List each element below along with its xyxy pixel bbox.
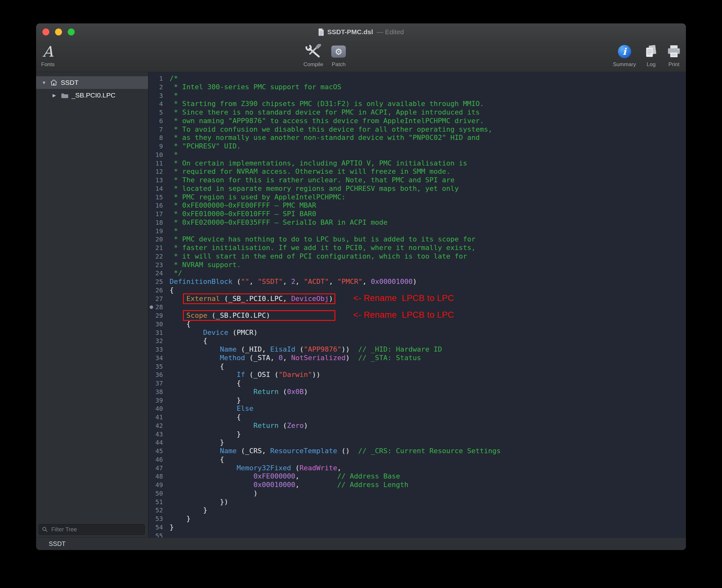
code-line[interactable]: 52 } bbox=[148, 506, 686, 514]
code-line[interactable]: 12 * required for NVRAM access. Otherwis… bbox=[148, 167, 686, 176]
line-number: 2 bbox=[148, 83, 163, 91]
search-icon bbox=[42, 527, 48, 532]
info-glyph: i bbox=[623, 47, 626, 56]
line-number: 17 bbox=[148, 210, 163, 218]
code-line[interactable]: 38 Return (0x0B) bbox=[148, 388, 686, 396]
code-line[interactable]: 44 } bbox=[148, 438, 686, 447]
rename-annotation: <- Rename LPCB to LPC bbox=[353, 311, 454, 319]
code-line[interactable]: 2 * Intel 300-series PMC support for mac… bbox=[148, 83, 686, 91]
fonts-button[interactable]: A Fonts bbox=[41, 42, 55, 68]
code-line[interactable]: 34 Method (_STA, 0, NotSerialized) // _S… bbox=[148, 354, 686, 362]
code-line[interactable]: 5 * Since there is no standard device fo… bbox=[148, 108, 686, 117]
line-number: 27 bbox=[148, 295, 163, 303]
code-line[interactable]: 46 { bbox=[148, 456, 686, 464]
print-button[interactable]: Print bbox=[666, 42, 681, 68]
code-line[interactable]: 47 Memory32Fixed (ReadWrite, bbox=[148, 464, 686, 472]
line-number: 23 bbox=[148, 261, 163, 269]
patch-button[interactable]: ⚙ Patch bbox=[331, 42, 346, 68]
line-number: 29 bbox=[148, 311, 163, 320]
line-number: 5 bbox=[148, 108, 163, 117]
code-line[interactable]: 55 bbox=[148, 532, 686, 538]
summary-label: Summary bbox=[613, 61, 636, 68]
code-line[interactable]: 54} bbox=[148, 523, 686, 532]
code-line[interactable]: 53 } bbox=[148, 514, 686, 523]
highlight-rectangle bbox=[183, 293, 335, 304]
code-line[interactable]: 29 Scope (_SB.PCI0.LPC)<- Rename LPCB to… bbox=[148, 311, 686, 320]
code-editor[interactable]: 1/*2 * Intel 300-series PMC support for … bbox=[148, 72, 686, 538]
code-line[interactable]: 10 * bbox=[148, 151, 686, 159]
filter-tree-input[interactable] bbox=[50, 526, 142, 533]
desktop-background: SSDT-PMC.dsl — Edited A Fonts bbox=[0, 0, 722, 588]
code-line[interactable]: 6 * own naming "APP9876" to access this … bbox=[148, 117, 686, 125]
line-number: 33 bbox=[148, 345, 163, 354]
sidebar-item-sb-pci0-lpc[interactable]: ▶ _SB.PCI0.LPC bbox=[36, 89, 148, 102]
line-number: 40 bbox=[148, 404, 163, 413]
code-line[interactable]: 36 If (_OSI ("Darwin")) bbox=[148, 371, 686, 379]
code-line[interactable]: 41 { bbox=[148, 413, 686, 422]
line-number: 51 bbox=[148, 498, 163, 506]
line-number: 50 bbox=[148, 489, 163, 498]
code-line[interactable]: 23 * NVRAM support. bbox=[148, 261, 686, 269]
code-line[interactable]: 9 * "PCHRESV" UID. bbox=[148, 142, 686, 151]
code-line[interactable]: 37 { bbox=[148, 379, 686, 388]
disclosure-triangle-expanded-icon[interactable]: ▼ bbox=[42, 80, 47, 85]
line-number: 52 bbox=[148, 506, 163, 514]
code-line[interactable]: 51 }) bbox=[148, 498, 686, 506]
code-line[interactable]: 32 { bbox=[148, 337, 686, 345]
code-line[interactable]: 21 * faster initialisation. If we add it… bbox=[148, 244, 686, 252]
code-line[interactable]: 31 Device (PMCR) bbox=[148, 329, 686, 337]
code-line[interactable]: 49 0x00010000, // Address Length bbox=[148, 481, 686, 489]
code-line[interactable]: 20 * PMC device has nothing to do to LPC… bbox=[148, 235, 686, 244]
code-line[interactable]: 43 } bbox=[148, 430, 686, 439]
filter-tree-field bbox=[39, 524, 145, 535]
code-line[interactable]: 7 * To avoid confusion we disable this d… bbox=[148, 125, 686, 134]
code-line[interactable]: 11 * On certain implementations, includi… bbox=[148, 159, 686, 168]
disclosure-triangle-collapsed-icon[interactable]: ▶ bbox=[52, 93, 58, 98]
print-icon bbox=[666, 44, 681, 59]
log-icon bbox=[643, 44, 659, 59]
code-line[interactable]: 30 { bbox=[148, 320, 686, 329]
code-line[interactable]: 15 * PMC region is used by AppleIntelPCH… bbox=[148, 193, 686, 202]
line-number: 10 bbox=[148, 151, 163, 159]
code-line[interactable]: 48 0xFE000000, // Address Base bbox=[148, 472, 686, 481]
code-line[interactable]: 50 ) bbox=[148, 489, 686, 498]
code-line[interactable]: 1/* bbox=[148, 75, 686, 83]
line-number: 44 bbox=[148, 438, 163, 447]
summary-info-icon: i bbox=[618, 45, 631, 58]
code-line[interactable]: 27 External (_SB_.PCI0.LPC, DeviceObj)<-… bbox=[148, 295, 686, 303]
sidebar-item-ssdt[interactable]: ▼ SSDT bbox=[36, 76, 148, 89]
compile-button[interactable]: Compile bbox=[303, 42, 323, 68]
code-line[interactable]: 18 * 0xFE020000~0xFE035FFF — SerialIo BA… bbox=[148, 218, 686, 227]
code-line[interactable]: 40 Else bbox=[148, 404, 686, 413]
code-line[interactable]: 3 * bbox=[148, 91, 686, 100]
code-line[interactable]: 24 */ bbox=[148, 269, 686, 277]
summary-button[interactable]: i Summary bbox=[613, 42, 636, 68]
line-number: 21 bbox=[148, 244, 163, 252]
code-line[interactable]: 35 { bbox=[148, 362, 686, 371]
home-icon bbox=[50, 79, 58, 86]
code-line[interactable]: 22 * it will start in the end of PCI con… bbox=[148, 252, 686, 261]
code-line[interactable]: 16 * 0xFE000000~0xFE00FFFF — PMC MBAR bbox=[148, 201, 686, 210]
code-line[interactable]: 17 * 0xFE010000~0xFE010FFF — SPI BAR0 bbox=[148, 210, 686, 218]
compile-icon bbox=[305, 44, 322, 59]
log-label: Log bbox=[647, 61, 656, 68]
code-line[interactable]: 45 Name (_CRS, ResourceTemplate () // _C… bbox=[148, 447, 686, 456]
code-line[interactable]: 13 * The reason for this is rather uncle… bbox=[148, 176, 686, 185]
code-line[interactable]: 19 * bbox=[148, 227, 686, 235]
toolbar: A Fonts Compile bbox=[36, 41, 686, 72]
code-line[interactable]: 25DefinitionBlock ("", "SSDT", 2, "ACDT"… bbox=[148, 277, 686, 286]
code-line[interactable]: 4 * Starting from Z390 chipsets PMC (D31… bbox=[148, 100, 686, 108]
gear-icon: ⚙ bbox=[335, 47, 342, 56]
code-line[interactable]: 39 } bbox=[148, 396, 686, 405]
log-button[interactable]: Log bbox=[643, 42, 659, 68]
line-number: 31 bbox=[148, 329, 163, 337]
code-line[interactable]: 33 Name (_HID, EisaId ("APP9876")) // _H… bbox=[148, 345, 686, 354]
code-line[interactable]: 8 * as they normally use another non-sta… bbox=[148, 133, 686, 142]
code-line[interactable]: 14 * located in separate memory regions … bbox=[148, 185, 686, 193]
code-line[interactable]: 42 Return (Zero) bbox=[148, 422, 686, 430]
line-number: 18 bbox=[148, 218, 163, 227]
line-number: 16 bbox=[148, 201, 163, 210]
app-window: SSDT-PMC.dsl — Edited A Fonts bbox=[36, 23, 686, 550]
line-number: 7 bbox=[148, 125, 163, 134]
status-text: SSDT bbox=[49, 540, 65, 547]
